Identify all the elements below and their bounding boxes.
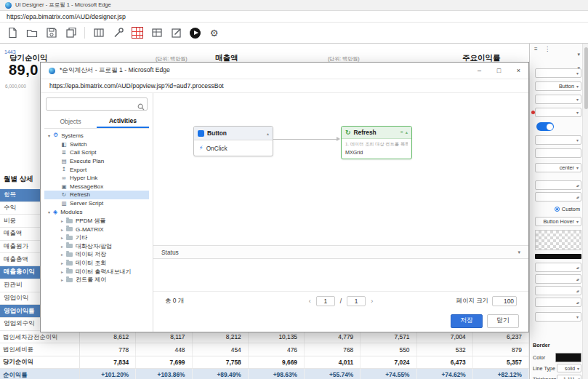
tree-item[interactable]: G-MATRIX xyxy=(44,225,149,234)
collapse-icon[interactable] xyxy=(267,131,269,136)
new-document-icon[interactable] xyxy=(6,27,18,39)
line-type-select[interactable]: solid xyxy=(557,364,581,372)
page-scrollbar[interactable] xyxy=(582,44,588,379)
copy-icon[interactable] xyxy=(65,27,77,39)
control-type-select[interactable]: Button xyxy=(535,81,581,91)
refresh-node-header[interactable]: Refresh xyxy=(342,127,411,139)
table-icon[interactable] xyxy=(150,27,163,39)
prop-field[interactable] xyxy=(535,312,581,322)
popup-url: https://epa.bimatrix.com/AUD/popview.jsp… xyxy=(49,82,224,89)
prop-field[interactable] xyxy=(535,148,581,158)
color-bar-swatch[interactable] xyxy=(535,254,581,259)
tab-activities[interactable]: Activities xyxy=(97,114,149,128)
maximize-button[interactable]: □ xyxy=(489,63,509,79)
status-section-header[interactable]: Status xyxy=(153,245,528,259)
thickness-label: Thickness xyxy=(533,376,556,379)
settings-gear-icon[interactable]: ⚙ xyxy=(208,27,220,39)
tree-item-label: Execute Plan xyxy=(70,158,104,164)
tools-wrench-icon[interactable] xyxy=(112,27,124,39)
tree-item[interactable]: ◧ Switch xyxy=(44,140,149,149)
button-node-body[interactable]: OnClick xyxy=(194,140,273,156)
popup-titlebar[interactable]: *순익계산서 - 프로필 1 - Microsoft Edge – □ × xyxy=(41,63,528,79)
state-select[interactable]: Button Hover xyxy=(535,217,581,226)
tree-item[interactable]: ↥ Export xyxy=(44,165,149,174)
page-size-input[interactable] xyxy=(492,296,517,306)
button-node-header[interactable]: Button xyxy=(194,127,273,140)
prop-stepper[interactable] xyxy=(535,298,581,307)
tree-item[interactable]: ▤ Execute Plan xyxy=(44,157,149,166)
tree-item[interactable]: 기타 xyxy=(44,234,149,242)
prop-stepper[interactable] xyxy=(535,286,581,295)
border-color-swatch[interactable] xyxy=(555,353,581,362)
search-input[interactable] xyxy=(49,99,145,109)
prop-stepper[interactable] xyxy=(535,180,581,190)
table-row[interactable]: 법인세비용 778 448 454 476 768 550 532 879 xyxy=(0,343,529,356)
visible-toggle[interactable] xyxy=(536,122,554,131)
tab-objects[interactable]: Objects xyxy=(44,114,97,128)
open-folder-icon[interactable] xyxy=(25,27,38,39)
tree-item[interactable]: ∞ Hyper Link xyxy=(44,174,149,183)
panel-menu-icon[interactable]: ⋮ xyxy=(544,46,550,52)
columns-icon[interactable] xyxy=(92,27,105,39)
close-button[interactable]: × xyxy=(509,63,528,79)
custom-radio[interactable]: Custom xyxy=(555,206,580,212)
prop-field[interactable] xyxy=(535,68,581,78)
refresh-node[interactable]: Refresh 1. 데이터 조회 대상 컨트롤 목록 MXGrid xyxy=(341,126,412,159)
edit-icon[interactable] xyxy=(170,27,182,39)
tree-item[interactable]: 데이터 조회 xyxy=(44,259,149,268)
refresh-node-body[interactable]: 1. 데이터 조회 대상 컨트롤 목록 MXGrid xyxy=(342,139,411,159)
tree-item[interactable]: 데이터 저장 xyxy=(44,250,149,259)
run-icon[interactable] xyxy=(190,28,201,39)
detail-table-bottom-rows: 법인세차감전순이익 8,612 8,117 8,212 10,135 4,779… xyxy=(0,331,529,379)
fill-transparency-swatch[interactable] xyxy=(535,230,581,250)
tree-item[interactable]: ▣ MessageBox xyxy=(44,182,149,191)
table-row[interactable]: 법인세차감전순이익 8,612 8,117 8,212 10,135 4,779… xyxy=(0,331,529,343)
page-input[interactable] xyxy=(316,296,335,306)
search-box[interactable] xyxy=(46,97,148,111)
designer-toolbar: ⚙ xyxy=(0,23,588,44)
minimize-button[interactable]: – xyxy=(470,63,489,79)
tree-item[interactable]: 대화상자/팝업 xyxy=(44,242,149,251)
kpi-value: 89,0 xyxy=(9,62,39,79)
prop-stepper[interactable] xyxy=(535,263,581,272)
table-row[interactable]: 순이익률 +101.20% +103.86% +89.49% +98.63% +… xyxy=(0,369,529,379)
grid-tool-active-icon[interactable] xyxy=(132,27,143,39)
button-node[interactable]: Button OnClick xyxy=(193,126,273,156)
thickness-input[interactable]: 1.111 xyxy=(557,375,581,379)
prop-field[interactable] xyxy=(535,108,581,117)
window-controls: – □ × xyxy=(470,63,528,79)
save-icon[interactable] xyxy=(45,27,57,39)
next-page-button[interactable]: › xyxy=(371,298,373,305)
prop-field[interactable] xyxy=(535,135,581,145)
save-button[interactable]: 저장 xyxy=(451,314,483,328)
popup-address-bar[interactable]: https://epa.bimatrix.com/AUD/popview.jsp… xyxy=(41,79,528,93)
tree-item[interactable]: 컨트롤 제어 xyxy=(44,276,149,284)
prop-field[interactable] xyxy=(535,95,581,104)
prev-page-button[interactable]: ‹ xyxy=(309,298,311,305)
tree-item[interactable]: ▥ Server Script xyxy=(44,199,149,208)
edge-icon xyxy=(5,2,12,9)
tree-item-label: 데이터 조회 xyxy=(76,259,106,267)
tree-group-modules[interactable]: Modules xyxy=(44,207,149,217)
flow-canvas[interactable]: Button OnClick Refresh xyxy=(153,93,528,245)
prop-stepper[interactable] xyxy=(535,274,581,284)
browser-titlebar[interactable]: UI Designer - 프로필 1 - Microsoft Edge xyxy=(0,0,588,11)
page-count-input[interactable] xyxy=(347,296,366,306)
menu-icon[interactable] xyxy=(400,129,403,135)
radio-dot-icon xyxy=(555,207,560,212)
align-select[interactable]: center xyxy=(535,163,581,172)
address-bar[interactable]: https://epa.bimatrix.com/AUD/designer.js… xyxy=(0,11,588,23)
collapse-icon[interactable] xyxy=(406,129,408,135)
close-dialog-button[interactable]: 닫기 xyxy=(487,314,519,328)
node-header-icons xyxy=(400,129,408,135)
panel-dock-icon[interactable]: ≡ xyxy=(534,46,538,52)
tree-item[interactable]: PPDM 샘플 xyxy=(44,217,149,226)
prop-stepper[interactable] xyxy=(535,192,581,202)
scrollbar-thumb[interactable] xyxy=(584,47,588,109)
tree-group-systems[interactable]: Systems xyxy=(44,131,149,140)
panel-collapse-icon[interactable] xyxy=(577,46,580,59)
tree-item[interactable]: ≣ Call Script xyxy=(44,148,149,157)
tree-item[interactable]: ↻ Refresh xyxy=(44,191,149,199)
tree-item[interactable]: 데이터 출력/내보내기 xyxy=(44,267,149,276)
table-row[interactable]: 당기순이익 7,834 7,699 7,758 9,669 4,011 7,02… xyxy=(0,356,529,369)
